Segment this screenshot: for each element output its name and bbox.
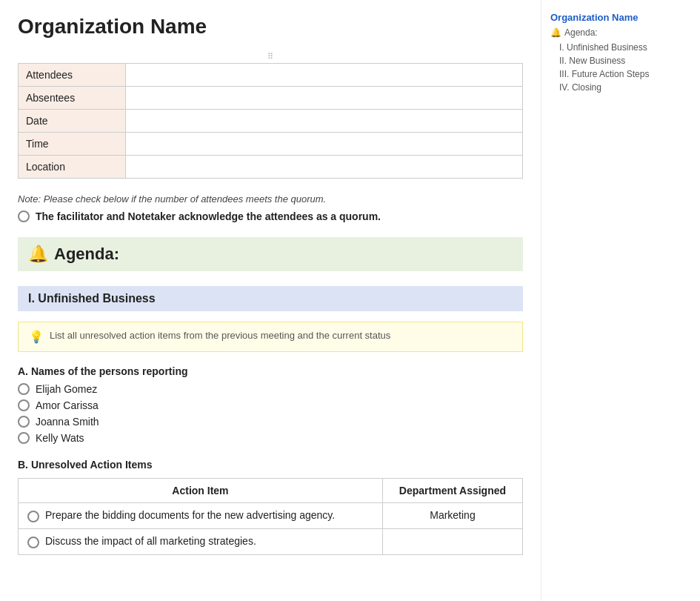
action-items-table: Action Item Department Assigned Prepare … bbox=[18, 478, 523, 555]
quorum-label: The facilitator and Notetaker acknowledg… bbox=[36, 210, 381, 222]
info-value[interactable] bbox=[126, 133, 523, 156]
sidebar-agenda-text: Agenda: bbox=[564, 27, 598, 38]
person-radio[interactable] bbox=[18, 399, 30, 411]
page-title: Organization Name bbox=[18, 15, 523, 39]
info-label: Location bbox=[19, 156, 126, 179]
info-label: Attendees bbox=[19, 64, 126, 87]
section-title: Unfinished Business bbox=[38, 292, 155, 305]
agenda-label: Agenda: bbox=[54, 245, 119, 264]
department-cell bbox=[382, 529, 522, 555]
drag-handle: ⠿ bbox=[18, 52, 523, 62]
person-list-item[interactable]: Amor Carissa bbox=[18, 399, 523, 411]
col-action-item: Action Item bbox=[19, 479, 383, 503]
person-name: Amor Carissa bbox=[36, 399, 99, 411]
action-item-cell: Discuss the impact of all marketing stra… bbox=[19, 529, 383, 555]
quorum-row[interactable]: The facilitator and Notetaker acknowledg… bbox=[18, 210, 523, 222]
info-label: Time bbox=[19, 133, 126, 156]
tip-icon: 💡 bbox=[29, 330, 44, 344]
person-list-item[interactable]: Elijah Gomez bbox=[18, 383, 523, 395]
person-list-item[interactable]: Joanna Smith bbox=[18, 416, 523, 428]
action-item-text: Prepare the bidding documents for the ne… bbox=[45, 509, 335, 521]
sub-b-title: B. Unresolved Action Items bbox=[18, 459, 523, 471]
sub-a-title: A. Names of the persons reporting bbox=[18, 365, 523, 377]
sidebar-org-name[interactable]: Organization Name bbox=[550, 12, 691, 23]
sidebar-nav-item[interactable]: I. Unfinished Business bbox=[550, 41, 691, 54]
section-roman: I. bbox=[28, 292, 38, 305]
action-item-text: Discuss the impact of all marketing stra… bbox=[45, 535, 256, 547]
sidebar-nav-item[interactable]: III. Future Action Steps bbox=[550, 67, 691, 81]
info-table-row: Attendees bbox=[19, 64, 523, 87]
tip-box: 💡 List all unresolved action items from … bbox=[18, 322, 523, 352]
sidebar-nav: I. Unfinished BusinessII. New BusinessII… bbox=[550, 41, 691, 94]
action-table-row: Discuss the impact of all marketing stra… bbox=[19, 529, 523, 555]
person-name: Joanna Smith bbox=[36, 416, 99, 428]
person-radio[interactable] bbox=[18, 383, 30, 395]
person-list-item[interactable]: Kelly Wats bbox=[18, 432, 523, 444]
info-value[interactable] bbox=[126, 110, 523, 133]
person-radio[interactable] bbox=[18, 432, 30, 444]
note-text: Note: Please check below if the number o… bbox=[18, 193, 523, 205]
department-cell: Marketing bbox=[382, 503, 522, 529]
action-item-cell: Prepare the bidding documents for the ne… bbox=[19, 503, 383, 529]
sidebar-nav-item[interactable]: IV. Closing bbox=[550, 81, 691, 94]
info-label: Absentees bbox=[19, 87, 126, 110]
info-value[interactable] bbox=[126, 64, 523, 87]
agenda-emoji: 🔔 bbox=[28, 245, 48, 264]
sidebar-nav-item[interactable]: II. New Business bbox=[550, 54, 691, 67]
quorum-radio[interactable] bbox=[18, 210, 30, 222]
info-value[interactable] bbox=[126, 87, 523, 110]
main-content: Organization Name ⠿ Attendees Absentees … bbox=[0, 0, 541, 601]
sidebar-agenda-emoji: 🔔 bbox=[550, 27, 561, 38]
info-table-row: Time bbox=[19, 133, 523, 156]
info-table: Attendees Absentees Date Time Location bbox=[18, 63, 523, 179]
info-value[interactable] bbox=[126, 156, 523, 179]
info-label: Date bbox=[19, 110, 126, 133]
action-radio[interactable] bbox=[27, 537, 39, 548]
info-table-row: Date bbox=[19, 110, 523, 133]
agenda-header: 🔔 Agenda: bbox=[18, 237, 523, 271]
sidebar-agenda-label: 🔔 Agenda: bbox=[550, 27, 691, 38]
action-table-row: Prepare the bidding documents for the ne… bbox=[19, 503, 523, 529]
action-radio[interactable] bbox=[27, 511, 39, 522]
section-header-unfinished-business: I. Unfinished Business bbox=[18, 286, 523, 311]
person-name: Elijah Gomez bbox=[36, 383, 97, 395]
person-radio[interactable] bbox=[18, 416, 30, 428]
sidebar: Organization Name 🔔 Agenda: I. Unfinishe… bbox=[541, 0, 700, 601]
person-name: Kelly Wats bbox=[36, 432, 84, 444]
tip-text: List all unresolved action items from th… bbox=[50, 330, 390, 341]
person-list: Elijah GomezAmor CarissaJoanna SmithKell… bbox=[18, 383, 523, 444]
col-department: Department Assigned bbox=[382, 479, 522, 503]
info-table-row: Location bbox=[19, 156, 523, 179]
info-table-row: Absentees bbox=[19, 87, 523, 110]
